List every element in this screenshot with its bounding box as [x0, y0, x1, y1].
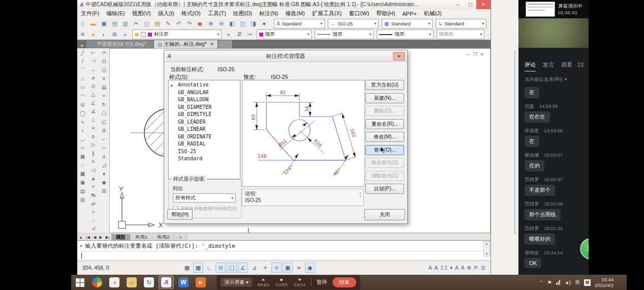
doc-tab-close-icon[interactable]: ✕ [210, 42, 214, 47]
menu-item[interactable]: 绘图(D) [230, 10, 256, 17]
layout-tab[interactable]: 布局1 [131, 234, 152, 241]
dimension-tool-icon[interactable]: ≍ [89, 124, 98, 133]
lineweight-combo[interactable]: 随层 ▼ [377, 30, 434, 39]
menu-item[interactable]: 标注(N) [256, 10, 282, 17]
menu-item[interactable]: 修改(M) [282, 10, 309, 17]
linetype-combo[interactable]: 随层 ▼ [315, 30, 374, 39]
scroll-arrows-icon[interactable]: ▲▼ [359, 191, 362, 198]
taskbar-app-zwcad[interactable]: A [159, 276, 174, 289]
toolbar-icon[interactable]: ✂ [131, 19, 141, 28]
new-tab-button[interactable]: ▫ [218, 40, 233, 48]
layout-nav-icon[interactable]: ▶ [98, 235, 104, 240]
toolbar-icon[interactable]: ▤ [110, 19, 119, 28]
dimension-tool-icon[interactable]: ≈ [89, 208, 98, 217]
network-signal-icon[interactable] [556, 280, 560, 285]
draw-tool-icon[interactable]: ▣ [78, 178, 87, 187]
screen-share-card[interactable]: 屏幕演示中 01:46:43 [518, 0, 589, 18]
dimension-tool-icon[interactable]: ∴ [89, 216, 98, 225]
menu-item[interactable]: 编辑(E) [103, 10, 129, 17]
taskbar-app-player[interactable]: ▶ [193, 276, 208, 289]
menu-item[interactable]: APP+ [398, 11, 420, 17]
dialog-button[interactable]: 比较(P)... [365, 184, 404, 194]
doc-minimize-icon[interactable]: ─ [467, 52, 470, 57]
help-button[interactable]: 帮助(H) [167, 209, 193, 220]
dialog-button[interactable]: 置为当前(U) [365, 80, 404, 90]
status-toggle[interactable]: ∟ [204, 263, 214, 273]
modify-tool-icon[interactable]: ▢ [100, 109, 109, 118]
style-list-item[interactable]: Standard [169, 155, 240, 163]
dialog-button[interactable]: 保存替代(S) [365, 158, 404, 168]
menu-item[interactable]: 扩展工具(X) [309, 10, 346, 17]
menu-item[interactable]: 工具(T) [204, 10, 230, 17]
modify-tool-icon[interactable]: ● [100, 169, 109, 178]
notification-flag-icon[interactable]: ⚑ [547, 280, 552, 285]
presenter-button[interactable]: ✦ 互动工具 [294, 277, 306, 287]
style-list-item[interactable]: GB_LINEAR [169, 126, 240, 133]
style-list-item[interactable]: GB_ANGULAR [169, 89, 240, 97]
toolbar-icon[interactable]: ▤ [152, 19, 162, 28]
start-button[interactable] [71, 275, 88, 290]
hidden-icons-chevron[interactable]: ⌃ [539, 280, 543, 285]
toolbar-icon[interactable]: ⊕ [206, 19, 216, 28]
draw-tool-icon[interactable]: ▦ [78, 152, 87, 161]
dimension-tool-icon[interactable]: ⊥ [89, 115, 98, 124]
draw-tool-icon[interactable]: ▩ [78, 169, 87, 178]
dimension-tool-icon[interactable]: ↹ [89, 191, 98, 200]
draw-tool-icon[interactable]: ∿ [78, 118, 87, 126]
layer-tool-icon[interactable]: ● [88, 30, 98, 39]
modify-tool-icon[interactable]: ∆ [100, 152, 109, 161]
maximize-button[interactable]: ▢ [464, 0, 476, 9]
doc-tab[interactable]: ▤ 平面图形(练习)1.dwg* [86, 40, 154, 48]
dialog-title-bar[interactable]: A 标注样式管理器 ✕ [164, 50, 407, 62]
style-list-item[interactable]: GB_BALLOON [169, 96, 240, 104]
dimension-tool-icon[interactable]: ∥ [89, 149, 98, 158]
clock[interactable]: 15:44 2022/4/2 [595, 277, 614, 288]
doc-restore-icon[interactable]: ❐ [473, 52, 477, 57]
sidebar-tab[interactable]: 发言 [543, 61, 554, 72]
style-combo[interactable]: ↳ Standard ▼ [436, 19, 486, 28]
draw-tool-icon[interactable]: ▤ [78, 187, 87, 195]
status-toggle[interactable]: ⊿ [249, 263, 259, 273]
toolbar-icon[interactable]: ↶ [174, 19, 183, 28]
style-list-item[interactable]: ISO-25 [169, 148, 240, 156]
taskbar-app-wps[interactable]: W [176, 276, 191, 289]
modify-tool-icon[interactable]: ✂ [100, 48, 109, 57]
layer-tool-icon[interactable]: ◐ [99, 30, 109, 39]
status-right-icon[interactable]: ☰ [481, 265, 485, 271]
toolbar-icon[interactable]: ⊖ [217, 19, 226, 28]
dimension-tool-icon[interactable]: ↔ [89, 65, 98, 74]
scroll-down-icon[interactable]: ▼ [485, 252, 488, 255]
doc-tab[interactable]: ▤ 主轴的...标注.dwg* ✕ [154, 40, 218, 48]
status-right-icon[interactable]: A [428, 265, 432, 271]
layer-tool-icon[interactable]: ⊞ [110, 30, 119, 39]
status-right-icon[interactable]: ⇱ [474, 265, 478, 271]
dialog-close-button[interactable]: ✕ [393, 52, 405, 61]
status-toggle[interactable]: ∠ [238, 263, 248, 273]
layout-nav-icon[interactable]: |◀ [84, 235, 91, 240]
modify-tool-icon[interactable]: ⊡ [100, 57, 109, 66]
style-list-item[interactable]: GB_RADIAL [169, 140, 240, 148]
status-toggle[interactable]: ≡ [271, 263, 282, 273]
status-toggle[interactable]: ⌖ [260, 263, 270, 273]
menu-item[interactable]: 插入(I) [154, 10, 177, 17]
modify-tool-icon[interactable]: ↻ [100, 100, 109, 109]
status-toggle[interactable]: ▦ [182, 263, 192, 273]
toolbar-icon[interactable]: ◉ [195, 19, 205, 28]
draw-tool-icon[interactable]: / [78, 57, 87, 66]
toolbar-icon[interactable]: ✎ [163, 19, 173, 28]
layout-nav-icon[interactable]: ▶| [104, 235, 111, 240]
presenter-button[interactable]: ⏶ 查看成员 [257, 277, 269, 287]
layer-extra-icon[interactable]: ≔ [245, 30, 255, 39]
status-right-icon[interactable]: 1:1 [440, 265, 447, 271]
dimension-tool-icon[interactable]: ⊢ [89, 48, 98, 57]
status-toggle[interactable]: ≑ [294, 263, 304, 273]
style-list-item[interactable]: GB_ORDINATE [169, 133, 240, 141]
menu-item[interactable]: 帮助(H) [373, 10, 398, 17]
draw-tool-icon[interactable]: ▥ [78, 195, 87, 204]
status-toggle[interactable]: ▣ [283, 263, 293, 273]
modify-tool-icon[interactable]: ▱ [100, 143, 109, 152]
layout-tab[interactable]: + [174, 234, 187, 241]
modify-tool-icon[interactable]: ≡ [100, 74, 109, 83]
modify-tool-icon[interactable]: ▤ [100, 83, 109, 92]
status-right-icon[interactable]: ⚙ [467, 265, 472, 271]
